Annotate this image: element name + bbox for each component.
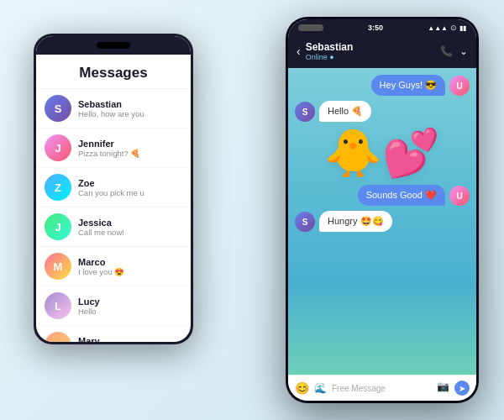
msg-name-jessica: Jessica [78, 218, 124, 228]
status-left-space [298, 24, 323, 31]
chat-avatar-user: U [449, 186, 470, 206]
msg-content-zoe: Zoe Can you pick me u [78, 178, 144, 197]
chat-avatar-sebastian: S [295, 102, 315, 122]
msg-content-mary: Mary Hi [78, 336, 100, 343]
msg-content-jessica: Jessica Call me now! [78, 218, 124, 237]
chat-bubble-msg1: Hey Guys! 😎 U [295, 75, 470, 96]
message-item-lucy[interactable]: L Lucy Hello [36, 286, 191, 326]
msg-preview-jennifer: Pizza tonight? 🍕 [78, 149, 140, 158]
message-item-sebastian[interactable]: S Sebastian Hello, how are you [36, 89, 191, 129]
status-time: 3:50 [368, 24, 383, 32]
msg-preview-lucy: Hello [78, 307, 100, 316]
avatar-jennifer: J [45, 134, 71, 161]
chat-contact-status: Online ● [306, 53, 440, 61]
avatar-lucy: L [45, 292, 71, 319]
avatar-jessica: J [45, 213, 71, 240]
phone-left-notch [97, 42, 130, 49]
wave-button[interactable]: 🌊 [314, 382, 327, 394]
avatar-zoe: Z [45, 174, 71, 201]
chat-bubble-msg4: Sounds Good ❤️ U [295, 185, 470, 206]
wifi-icon: ⊙ [450, 24, 457, 32]
message-item-mary[interactable]: M Mary Hi [36, 326, 191, 342]
message-item-zoe[interactable]: Z Zoe Can you pick me u [36, 168, 191, 207]
msg-preview-marco: I love you 😍 [78, 267, 124, 276]
sticker-area: 🐥💕 [295, 127, 470, 180]
bubble-text-msg1: Hey Guys! 😎 [371, 75, 445, 96]
chat-bubble-msg2: S Hello 🍕 [295, 101, 470, 122]
sticker-chick: 🐥💕 [324, 130, 440, 176]
chat-avatar-user: U [449, 76, 470, 96]
phone-left-status-bar [36, 36, 191, 55]
phone-right: 3:50 ▲▲▲ ⊙ ▮▮ ‹ Sebastian Online ● 📞 ⌄ [286, 17, 479, 403]
back-button[interactable]: ‹ [297, 45, 301, 58]
msg-content-lucy: Lucy Hello [78, 297, 100, 316]
chat-bubble-msg5: S Hungry 🤩😋 [295, 211, 470, 232]
msg-name-jennifer: Jennifer [78, 139, 140, 149]
message-item-jessica[interactable]: J Jessica Call me now! [36, 207, 191, 247]
msg-preview-jessica: Call me now! [78, 228, 124, 237]
message-item-jennifer[interactable]: J Jennifer Pizza tonight? 🍕 [36, 129, 191, 168]
chat-header: ‹ Sebastian Online ● 📞 ⌄ [288, 36, 476, 68]
chat-status-bar: 3:50 ▲▲▲ ⊙ ▮▮ [288, 19, 476, 36]
msg-content-sebastian: Sebastian Hello, how are you [78, 99, 144, 118]
message-item-marco[interactable]: M Marco I love you 😍 [36, 247, 191, 286]
phone-right-inner: 3:50 ▲▲▲ ⊙ ▮▮ ‹ Sebastian Online ● 📞 ⌄ [288, 19, 476, 401]
signal-icon: ▲▲▲ [428, 24, 448, 32]
avatar-sebastian: S [45, 95, 71, 122]
battery-icon: ▮▮ [459, 24, 466, 32]
phone-left: Messages S Sebastian Hello, how are you … [34, 34, 193, 344]
avatar-marco: M [45, 253, 71, 280]
message-input[interactable]: Free Message [332, 384, 432, 393]
msg-name-mary: Mary [78, 336, 100, 343]
send-icons: 📷 ➤ [437, 381, 470, 396]
msg-preview-zoe: Can you pick me u [78, 188, 144, 197]
bubble-text-msg4: Sounds Good ❤️ [358, 185, 445, 206]
chevron-down-icon[interactable]: ⌄ [459, 45, 468, 57]
message-list: S Sebastian Hello, how are you J Jennife… [36, 89, 191, 342]
camera-button[interactable]: 📷 [437, 381, 449, 396]
phone-icon[interactable]: 📞 [440, 45, 453, 57]
bubble-text-msg5: Hungry 🤩😋 [319, 211, 392, 232]
msg-content-jennifer: Jennifer Pizza tonight? 🍕 [78, 139, 140, 158]
msg-name-marco: Marco [78, 257, 124, 267]
chat-contact-info: Sebastian Online ● [306, 41, 440, 61]
avatar-mary: M [45, 332, 71, 342]
phone-left-inner: Messages S Sebastian Hello, how are you … [36, 36, 191, 342]
chat-body: Hey Guys! 😎 U S Hello 🍕 🐥💕 Sounds Good ❤… [288, 68, 476, 375]
phones-container: Messages S Sebastian Hello, how are you … [8, 8, 496, 412]
messages-header: Messages [36, 55, 191, 89]
msg-name-lucy: Lucy [78, 297, 100, 307]
chat-avatar-sebastian: S [295, 212, 315, 232]
msg-name-sebastian: Sebastian [78, 99, 144, 109]
bubble-text-msg2: Hello 🍕 [319, 101, 371, 122]
msg-name-zoe: Zoe [78, 178, 144, 188]
chat-actions: 📞 ⌄ [440, 45, 468, 57]
msg-preview-sebastian: Hello, how are you [78, 109, 144, 118]
status-icons: ▲▲▲ ⊙ ▮▮ [428, 24, 466, 32]
chat-input-bar: 😊 🌊 Free Message 📷 ➤ [288, 375, 476, 401]
msg-content-marco: Marco I love you 😍 [78, 257, 124, 276]
send-button[interactable]: ➤ [454, 381, 470, 396]
emoji-button[interactable]: 😊 [295, 381, 309, 395]
chat-contact-name: Sebastian [306, 41, 440, 53]
